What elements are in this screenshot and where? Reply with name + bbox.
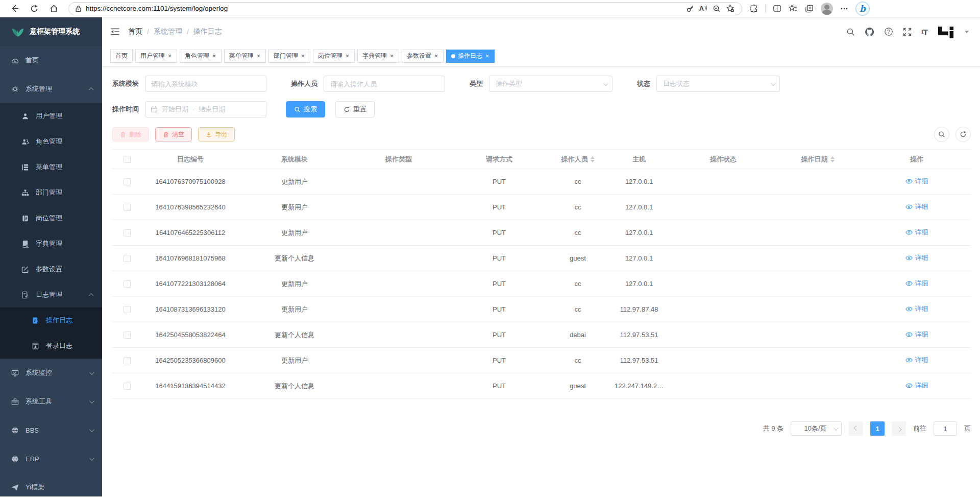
sidebar-item-system-tools[interactable]: 系统工具 bbox=[0, 387, 102, 416]
prev-page-button[interactable] bbox=[849, 421, 863, 436]
start-date-placeholder[interactable]: 开始日期 bbox=[162, 105, 188, 114]
sort-desc-icon[interactable] bbox=[591, 160, 595, 162]
close-icon[interactable]: × bbox=[389, 53, 394, 59]
sidebar-item-bbs[interactable]: BBS bbox=[0, 416, 102, 444]
sort-icons[interactable] bbox=[591, 156, 595, 162]
help-icon[interactable]: ? bbox=[884, 27, 893, 36]
detail-link[interactable]: 详细 bbox=[905, 228, 928, 237]
profile-caret-icon[interactable] bbox=[965, 31, 969, 33]
sort-desc-icon[interactable] bbox=[830, 160, 835, 162]
operator-input[interactable] bbox=[324, 76, 445, 92]
tab-department-management[interactable]: 部门管理× bbox=[268, 50, 310, 63]
browser-profile-avatar[interactable] bbox=[821, 3, 833, 15]
export-button[interactable]: 导出 bbox=[198, 127, 235, 141]
table-row[interactable]: 1642505235366809600 更新用户 PUT cc 112.97.5… bbox=[112, 348, 971, 373]
table-row[interactable]: 1641087313696133120 更新用户 PUT cc 112.97.8… bbox=[112, 297, 971, 322]
sidebar-item-yi-framework[interactable]: Yi框架 bbox=[0, 473, 102, 496]
detail-link[interactable]: 详细 bbox=[905, 202, 928, 211]
row-checkbox[interactable] bbox=[124, 306, 131, 313]
reset-button[interactable]: 重置 bbox=[335, 101, 375, 117]
sidebar-item-dict-management[interactable]: 字典管理 bbox=[0, 231, 102, 256]
sidebar-item-menu-management[interactable]: 菜单管理 bbox=[0, 154, 102, 180]
sidebar-item-department-management[interactable]: 部门管理 bbox=[0, 180, 102, 205]
zoom-out-icon[interactable] bbox=[710, 3, 723, 14]
refresh-table-button[interactable] bbox=[955, 127, 971, 142]
tab-home[interactable]: 首页 bbox=[110, 50, 133, 63]
tab-dict-management[interactable]: 字典管理× bbox=[357, 50, 399, 63]
row-checkbox[interactable] bbox=[124, 383, 131, 390]
header-search-icon[interactable] bbox=[846, 28, 855, 36]
collections-icon[interactable] bbox=[805, 4, 814, 13]
detail-link[interactable]: 详细 bbox=[905, 330, 928, 339]
font-size-icon[interactable]: tT bbox=[921, 28, 928, 36]
table-row[interactable]: 1642504558053822464 更新个人信息 PUT dabai 112… bbox=[112, 322, 971, 348]
github-icon[interactable] bbox=[865, 27, 874, 37]
column-date[interactable]: 操作日期 bbox=[773, 150, 863, 169]
password-key-icon[interactable] bbox=[683, 3, 697, 14]
tab-role-management[interactable]: 角色管理× bbox=[180, 50, 222, 63]
close-icon[interactable]: × bbox=[301, 53, 305, 59]
address-bar[interactable]: https://ccnetcore.com:1101/system/log/op… bbox=[68, 2, 742, 15]
page-1-button[interactable]: 1 bbox=[870, 421, 885, 436]
close-icon[interactable]: × bbox=[256, 53, 261, 59]
sidebar-item-post-management[interactable]: 岗位管理 bbox=[0, 205, 102, 231]
sort-asc-icon[interactable] bbox=[830, 156, 835, 159]
browser-back-icon[interactable] bbox=[7, 2, 22, 16]
close-icon[interactable]: × bbox=[212, 53, 216, 59]
delete-button[interactable]: 删除 bbox=[112, 127, 149, 141]
close-icon[interactable]: × bbox=[434, 53, 438, 59]
row-checkbox[interactable] bbox=[124, 204, 131, 211]
split-screen-icon[interactable] bbox=[773, 4, 781, 13]
sidebar-item-system-monitor[interactable]: 系统监控 bbox=[0, 359, 102, 387]
tab-menu-management[interactable]: 菜单管理× bbox=[224, 50, 266, 63]
status-select[interactable]: 日志状态 bbox=[656, 76, 780, 92]
sidebar-item-role-management[interactable]: 角色管理 bbox=[0, 129, 102, 154]
detail-link[interactable]: 详细 bbox=[905, 381, 928, 390]
row-checkbox[interactable] bbox=[124, 332, 131, 339]
goto-page-input[interactable] bbox=[934, 421, 957, 436]
detail-link[interactable]: 详细 bbox=[905, 177, 928, 186]
extensions-puzzle-icon[interactable] bbox=[749, 4, 758, 13]
tab-post-management[interactable]: 岗位管理× bbox=[313, 50, 355, 63]
page-size-select[interactable]: 10条/页 bbox=[791, 421, 842, 436]
favorites-bar-icon[interactable] bbox=[789, 4, 798, 13]
tab-operation-log[interactable]: 操作日志× bbox=[446, 50, 495, 63]
tab-param-settings[interactable]: 参数设置× bbox=[402, 50, 444, 63]
close-icon[interactable]: × bbox=[167, 53, 172, 59]
row-checkbox[interactable] bbox=[124, 357, 131, 364]
row-checkbox[interactable] bbox=[124, 229, 131, 236]
next-page-button[interactable] bbox=[892, 421, 906, 436]
column-operator[interactable]: 操作人员 bbox=[551, 150, 604, 169]
show-search-toggle-button[interactable] bbox=[934, 127, 949, 142]
sidebar-item-erp[interactable]: ERP bbox=[0, 444, 102, 473]
browser-reload-icon[interactable] bbox=[27, 2, 42, 16]
row-checkbox[interactable] bbox=[124, 280, 131, 288]
search-button[interactable]: 搜索 bbox=[286, 101, 325, 117]
detail-link[interactable]: 详细 bbox=[905, 253, 928, 263]
table-row[interactable]: 1644159136394514432 更新个人信息 PUT guest 122… bbox=[112, 373, 971, 399]
app-logo[interactable]: 意框架管理系统 bbox=[0, 17, 102, 46]
browser-menu-dots-icon[interactable] bbox=[840, 5, 848, 13]
type-select[interactable]: 操作类型 bbox=[489, 76, 612, 92]
browser-home-icon[interactable] bbox=[46, 2, 61, 16]
sidebar-item-home[interactable]: 首页 bbox=[0, 46, 102, 75]
table-row[interactable]: 1641076465225306112 更新用户 PUT cc 127.0.0.… bbox=[112, 220, 971, 246]
close-icon[interactable]: × bbox=[485, 53, 489, 59]
yi-logo[interactable] bbox=[938, 26, 954, 38]
table-row[interactable]: 1641076398565232640 更新用户 PUT cc 127.0.0.… bbox=[112, 195, 971, 220]
sidebar-item-user-management[interactable]: 用户管理 bbox=[0, 103, 102, 129]
date-range-picker[interactable]: 开始日期 - 结束日期 bbox=[145, 101, 266, 117]
sort-asc-icon[interactable] bbox=[591, 156, 595, 159]
detail-link[interactable]: 详细 bbox=[905, 356, 928, 365]
sidebar-item-log-management[interactable]: 日志管理 bbox=[0, 282, 102, 307]
sidebar-item-operation-log[interactable]: 操作日志 bbox=[0, 307, 102, 333]
detail-link[interactable]: 详细 bbox=[905, 279, 928, 288]
tab-user-management[interactable]: 用户管理× bbox=[135, 50, 177, 63]
detail-link[interactable]: 详细 bbox=[905, 304, 928, 314]
sidebar-item-login-log[interactable]: 登录日志 bbox=[0, 333, 102, 359]
close-icon[interactable]: × bbox=[345, 53, 350, 59]
end-date-placeholder[interactable]: 结束日期 bbox=[199, 105, 225, 114]
fullscreen-icon[interactable] bbox=[903, 28, 912, 36]
breadcrumb-home[interactable]: 首页 bbox=[128, 27, 142, 36]
module-input[interactable] bbox=[145, 76, 266, 92]
